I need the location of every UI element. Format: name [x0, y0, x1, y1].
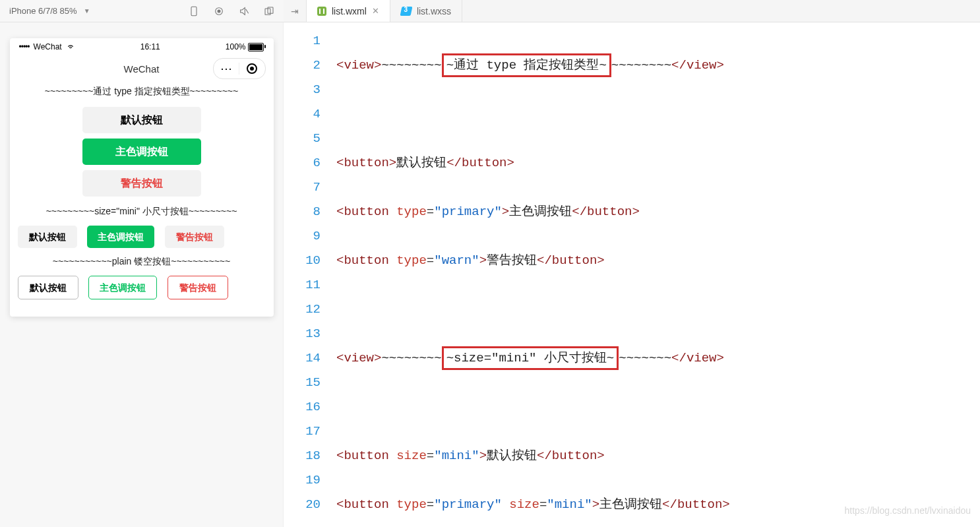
tab-list-wxss[interactable]: list.wxss — [390, 0, 462, 22]
multi-window-icon[interactable] — [264, 6, 274, 16]
svg-line-3 — [246, 9, 249, 13]
watermark: https://blog.csdn.net/lvxinaidou — [845, 499, 971, 523]
wifi-icon — [66, 44, 75, 50]
code-content[interactable]: <view>~~~~~~~~~通过 type 指定按钮类型~~~~~~~~~</… — [330, 22, 980, 527]
phone-outline-icon[interactable] — [189, 6, 199, 16]
nav-bar: WeChat ⋯ — [10, 55, 274, 82]
battery-percent: 100% — [226, 42, 246, 51]
mute-icon[interactable] — [239, 6, 249, 16]
default-button[interactable]: 默认按钮 — [82, 107, 201, 133]
code-editor[interactable]: 1234567891011121314151617181920 <view>~~… — [284, 22, 980, 527]
signal-icon: ••••• — [19, 42, 30, 51]
section-heading: ~~~~~~~~~size="mini" 小尺寸按钮~~~~~~~~~ — [10, 202, 274, 222]
page-body: ~~~~~~~~~通过 type 指定按钮类型~~~~~~~~~ 默认按钮 主色… — [10, 82, 274, 317]
mini-default-button[interactable]: 默认按钮 — [18, 226, 77, 248]
section-heading: ~~~~~~~~~~~plain 镂空按钮~~~~~~~~~~~ — [10, 252, 274, 272]
tab-list-wxml[interactable]: list.wxml ✕ — [307, 0, 390, 22]
plain-warn-button[interactable]: 警告按钮 — [168, 276, 228, 299]
simulator-panel: ••••• WeChat 16:11 100% WeChat ⋯ — [0, 22, 284, 527]
chevron-down-icon: ▼ — [84, 7, 90, 15]
mini-primary-button[interactable]: 主色调按钮 — [87, 226, 154, 248]
highlight-box: ~size="mini" 小尺寸按钮~ — [442, 346, 619, 370]
tab-label: list.wxml — [332, 6, 367, 16]
record-icon[interactable] — [214, 6, 224, 16]
phone-frame: ••••• WeChat 16:11 100% WeChat ⋯ — [10, 38, 274, 317]
primary-button[interactable]: 主色调按钮 — [82, 139, 201, 165]
page-title: WeChat — [124, 63, 160, 75]
close-icon[interactable]: ✕ — [372, 6, 379, 16]
clock: 16:11 — [140, 42, 160, 51]
target-icon[interactable] — [239, 63, 265, 74]
wxss-file-icon — [400, 7, 412, 16]
panel-toggle-icon[interactable]: ⇥ — [284, 0, 307, 22]
warn-button[interactable]: 警告按钮 — [82, 170, 201, 197]
svg-point-2 — [218, 10, 220, 13]
mini-warn-button[interactable]: 警告按钮 — [165, 226, 224, 248]
device-selector[interactable]: iPhone 6/7/8 85% — [9, 6, 77, 16]
tab-label: list.wxss — [417, 6, 451, 16]
editor-tabs: ⇥ list.wxml ✕ list.wxss — [284, 0, 980, 22]
section-heading: ~~~~~~~~~通过 type 指定按钮类型~~~~~~~~~ — [10, 82, 274, 102]
highlight-box: ~通过 type 指定按钮类型~ — [442, 53, 611, 77]
status-bar: ••••• WeChat 16:11 100% — [10, 38, 274, 55]
svg-rect-0 — [191, 7, 197, 15]
line-gutter: 1234567891011121314151617181920 — [284, 22, 330, 527]
carrier-label: WeChat — [34, 42, 62, 51]
plain-default-button[interactable]: 默认按钮 — [18, 276, 78, 299]
plain-primary-button[interactable]: 主色调按钮 — [88, 276, 157, 299]
more-icon[interactable]: ⋯ — [214, 61, 239, 76]
wxml-file-icon — [317, 7, 326, 16]
capsule-menu[interactable]: ⋯ — [213, 58, 266, 79]
device-toolbar: iPhone 6/7/8 85% ▼ — [0, 0, 284, 22]
battery-icon — [248, 43, 264, 51]
